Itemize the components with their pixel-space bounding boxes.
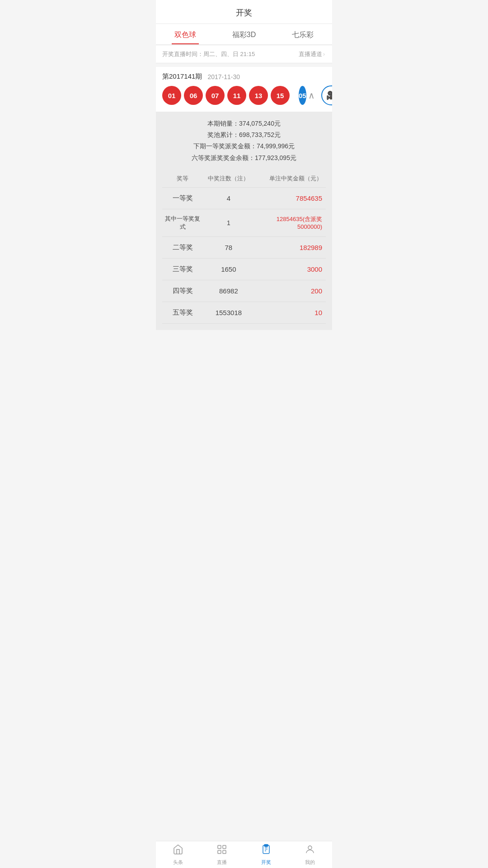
issue-row: 第2017141期 2017-11-30 xyxy=(162,72,326,81)
tab-shuangseqiu[interactable]: 双色球 xyxy=(156,24,215,44)
prize-row-third: 三等奖 1650 3000 xyxy=(162,259,326,280)
svg-rect-0 xyxy=(218,845,221,849)
video-camera-icon: 🎥 xyxy=(326,90,332,100)
count-second: 78 xyxy=(203,244,254,251)
nav-label-live: 直播 xyxy=(217,859,227,866)
nav-label-lottery: 开奖 xyxy=(261,859,271,866)
col-header-amount: 单注中奖金额（元） xyxy=(254,175,326,183)
prize-row-second: 二等奖 78 182989 xyxy=(162,237,326,259)
prize-row-fourth: 四等奖 86982 200 xyxy=(162,280,326,302)
level-fifth: 五等奖 xyxy=(162,308,203,317)
amount-third: 3000 xyxy=(254,265,326,273)
level-fourth: 四等奖 xyxy=(162,287,203,295)
count-fifth: 1553018 xyxy=(203,309,254,316)
detail-stats: 本期销量：374,075,240元 奖池累计：698,733,752元 下期一等… xyxy=(162,118,326,164)
blue-ball-1: 05 xyxy=(299,86,306,105)
amount-fifth: 10 xyxy=(254,309,326,316)
red-ball-6: 15 xyxy=(271,86,290,105)
amount-first-complex: 12854635(含派奖5000000) xyxy=(254,215,326,230)
count-first: 4 xyxy=(203,194,254,202)
prize-row-first: 一等奖 4 7854635 xyxy=(162,188,326,209)
count-first-complex: 1 xyxy=(203,219,254,226)
next-first-stat: 下期一等奖派奖金额：74,999,996元 xyxy=(162,141,326,152)
nav-label-headlines: 头条 xyxy=(173,859,183,866)
col-header-count: 中奖注数（注） xyxy=(203,175,254,183)
prize-table-header: 奖等 中奖注数（注） 单注中奖金额（元） xyxy=(162,170,326,188)
svg-rect-2 xyxy=(218,850,221,854)
sales-stat: 本期销量：374,075,240元 xyxy=(162,118,326,129)
sixth-remain-stat: 六等奖派奖奖金余额：177,923,095元 xyxy=(162,152,326,164)
home-icon xyxy=(173,844,183,858)
live-bar: 开奖直播时间：周二、四、日 21:15 直播通道 › xyxy=(156,46,332,63)
collapse-button[interactable]: ∧ xyxy=(306,88,317,103)
tab-fucai3d[interactable]: 福彩3D xyxy=(215,24,273,44)
amount-first: 7854635 xyxy=(254,194,326,202)
level-third: 三等奖 xyxy=(162,265,203,274)
nav-label-mine: 我的 xyxy=(305,859,315,866)
red-ball-2: 06 xyxy=(184,86,203,105)
amount-second: 182989 xyxy=(254,244,326,251)
svg-rect-3 xyxy=(223,850,226,854)
chevron-right-icon: › xyxy=(323,51,325,57)
red-ball-4: 11 xyxy=(227,86,246,105)
issue-section: 第2017141期 2017-11-30 01 06 07 11 13 15 xyxy=(156,67,332,112)
balls-row: 01 06 07 11 13 15 05 ∧ 🎥 xyxy=(162,85,326,112)
issue-date: 2017-11-30 xyxy=(207,73,240,80)
svg-point-9 xyxy=(308,846,312,849)
count-third: 1650 xyxy=(203,265,254,273)
bottom-nav: 头条 直播 开奖 xyxy=(156,841,332,868)
level-first: 一等奖 xyxy=(162,194,203,203)
live-channel-button[interactable]: 直播通道 › xyxy=(299,50,326,58)
amount-fourth: 200 xyxy=(254,287,326,295)
nav-item-headlines[interactable]: 头条 xyxy=(156,841,200,868)
svg-rect-8 xyxy=(264,844,268,846)
nav-item-live[interactable]: 直播 xyxy=(200,841,244,868)
level-first-complex: 其中一等奖复式 xyxy=(162,215,203,231)
header: 开奖 xyxy=(156,0,332,24)
pool-stat: 奖池累计：698,733,752元 xyxy=(162,129,326,141)
tabs: 双色球 福彩3D 七乐彩 xyxy=(156,24,332,45)
nav-item-mine[interactable]: 我的 xyxy=(288,841,333,868)
issue-number: 第2017141期 xyxy=(162,72,202,81)
detail-panel: 本期销量：374,075,240元 奖池累计：698,733,752元 下期一等… xyxy=(156,112,332,330)
page-title: 开奖 xyxy=(236,8,252,17)
count-fourth: 86982 xyxy=(203,287,254,295)
col-header-level: 奖等 xyxy=(162,175,203,183)
red-balls: 01 06 07 11 13 15 xyxy=(162,86,290,105)
person-icon xyxy=(305,844,315,858)
prize-row-first-complex: 其中一等奖复式 1 12854635(含派奖5000000) xyxy=(162,209,326,237)
red-ball-1: 01 xyxy=(162,86,181,105)
prize-row-fifth: 五等奖 1553018 10 xyxy=(162,302,326,324)
controls: ∧ 🎥 xyxy=(306,85,332,105)
red-ball-5: 13 xyxy=(249,86,268,105)
level-second: 二等奖 xyxy=(162,243,203,252)
video-button[interactable]: 🎥 xyxy=(321,85,332,105)
live-time-label: 开奖直播时间：周二、四、日 21:15 xyxy=(162,50,255,58)
nav-item-lottery[interactable]: 开奖 xyxy=(244,841,288,868)
clipboard-icon xyxy=(261,844,272,858)
svg-rect-1 xyxy=(223,845,226,849)
red-ball-3: 07 xyxy=(206,86,225,105)
grid-icon xyxy=(216,844,227,858)
tab-qilecai[interactable]: 七乐彩 xyxy=(273,24,332,44)
